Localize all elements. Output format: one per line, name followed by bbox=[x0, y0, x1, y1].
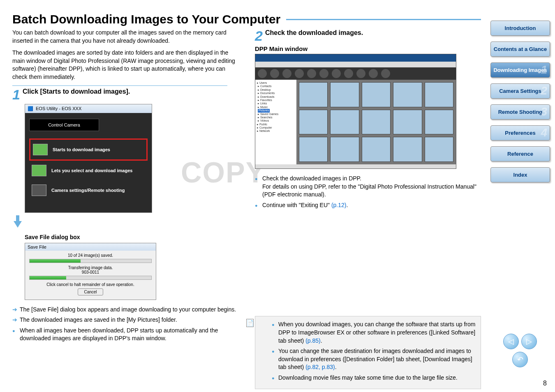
app-icon: 🟦 bbox=[28, 106, 33, 111]
sidebar-contents[interactable]: Contents at a Glance bbox=[490, 42, 550, 57]
sidebar-introduction[interactable]: Introduction bbox=[490, 21, 550, 36]
sidebar-downloading-label: Downloading Images bbox=[493, 67, 547, 73]
save-file-caption: Save File dialog box bbox=[25, 234, 238, 240]
camera-icon bbox=[32, 184, 46, 196]
bullet-check-dpp-text: Check the downloaded images in DPP. bbox=[262, 175, 361, 182]
select-icon bbox=[32, 165, 46, 176]
step-2-number: 2 bbox=[255, 29, 263, 43]
chapter-num-4: 4 bbox=[541, 126, 547, 139]
save-status-count: 10 of 24 image(s) saved. bbox=[29, 253, 152, 258]
starts-download-button[interactable]: Starts to download images bbox=[29, 138, 148, 161]
sidebar-prefs-label: Preferences bbox=[505, 130, 535, 136]
page-nav: ◁ ▷ ↶ bbox=[502, 334, 539, 367]
select-download-label: Lets you select and download images bbox=[51, 168, 132, 173]
prev-page-button[interactable]: ◁ bbox=[503, 334, 519, 349]
bullet-dpp-manual: For details on using DPP, refer to the "… bbox=[262, 183, 476, 198]
sidebar-camera-label: Camera Settings bbox=[499, 88, 541, 94]
sidebar-downloading-images[interactable]: Downloading Images1 bbox=[490, 62, 550, 78]
sidebar-remote-shooting[interactable]: Remote Shooting3 bbox=[490, 104, 550, 120]
bullet-check-dpp: Check the downloaded images in DPP. For … bbox=[255, 175, 481, 199]
chapter-num-3: 3 bbox=[541, 105, 547, 118]
eos-titlebar: 🟦 EOS Utility - EOS XXX bbox=[25, 104, 152, 113]
progress-bar-file bbox=[29, 276, 152, 280]
save-status-transfer: Transferring image data. bbox=[29, 265, 152, 270]
divider bbox=[12, 85, 227, 86]
bullet-dpp-starts: When all images have been downloaded, DP… bbox=[12, 327, 238, 343]
remote-shooting-button[interactable]: Camera settings/Remote shooting bbox=[29, 180, 148, 200]
step-1-title: Click [Starts to download images]. bbox=[23, 88, 130, 96]
intro-text-1: You can batch download to your computer … bbox=[12, 29, 238, 45]
bullet-exit-eu: Continue with "Exiting EU" (p.12). bbox=[255, 201, 481, 210]
page-number: 8 bbox=[543, 380, 547, 387]
eos-window-title: EOS Utility - EOS XXX bbox=[36, 106, 81, 111]
bullet-save-dialog: The [Save File] dialog box appears and i… bbox=[12, 306, 238, 314]
supplementary-notes: 📄 When you download images, you can chan… bbox=[255, 316, 481, 389]
save-file-dialog: Save File 10 of 24 image(s) saved. Trans… bbox=[25, 243, 156, 300]
step-2-title: Check the downloaded images. bbox=[265, 29, 363, 37]
select-download-button[interactable]: Lets you select and download images bbox=[29, 161, 148, 180]
title-rule bbox=[286, 19, 481, 20]
download-icon bbox=[33, 144, 48, 155]
progress-bar-overall bbox=[29, 259, 152, 263]
note-icon: 📄 bbox=[246, 319, 254, 327]
bullet-my-pictures: The downloaded images are saved in the [… bbox=[12, 316, 238, 324]
bullet-exit-eu-text: Continue with "Exiting EU" bbox=[262, 202, 331, 208]
remote-label: Camera settings/Remote shooting bbox=[51, 188, 125, 193]
arrow-down-icon bbox=[12, 215, 23, 228]
starts-download-label: Starts to download images bbox=[53, 147, 110, 152]
save-status-hint: Click cancel to halt remainder of save o… bbox=[29, 282, 152, 287]
intro-text-2: The downloaded images are sorted by date… bbox=[12, 49, 238, 81]
cancel-button[interactable]: Cancel bbox=[78, 288, 103, 295]
sidebar-preferences[interactable]: Preferences4 bbox=[490, 125, 550, 141]
step-1-number: 1 bbox=[12, 88, 20, 101]
next-page-button[interactable]: ▷ bbox=[521, 334, 537, 349]
sidebar-reference[interactable]: Reference bbox=[490, 146, 550, 161]
dpp-folder-tree[interactable]: ▸ Users ▸ Contacts ▸ Desktop ▸ Documents… bbox=[255, 80, 296, 164]
link-p82-83[interactable]: (p.82, p.83) bbox=[305, 364, 335, 370]
save-file-titlebar: Save File bbox=[25, 243, 156, 251]
note-destination: You can change the save destination for … bbox=[272, 347, 476, 371]
note-linked-software: When you download images, you can change… bbox=[272, 321, 476, 345]
save-filename: 903-0011 bbox=[29, 270, 152, 274]
sidebar-camera-settings[interactable]: Camera Settings2 bbox=[490, 83, 550, 99]
dpp-thumbnail-grid[interactable] bbox=[296, 80, 456, 164]
dpp-window-caption: DPP Main window bbox=[255, 45, 481, 52]
chapter-num-1: 1 bbox=[541, 63, 547, 76]
sidebar-remote-label: Remote Shooting bbox=[498, 109, 543, 115]
eos-utility-window: 🟦 EOS Utility - EOS XXX Control Camera S… bbox=[25, 104, 152, 213]
sidebar-index[interactable]: Index bbox=[490, 167, 550, 182]
link-p12[interactable]: (p.12) bbox=[331, 202, 347, 208]
chapter-sidebar: Introduction Contents at a Glance Downlo… bbox=[490, 21, 550, 188]
note-movie: Downloading movie files may take some ti… bbox=[272, 374, 476, 382]
page-title: Batch Downloading Images to Your Compute… bbox=[12, 12, 280, 26]
link-p85[interactable]: (p.85) bbox=[305, 337, 321, 344]
dpp-main-window: ▸ Users ▸ Contacts ▸ Desktop ▸ Documents… bbox=[255, 54, 456, 169]
back-button[interactable]: ↶ bbox=[512, 352, 528, 367]
control-camera-tab[interactable]: Control Camera bbox=[29, 119, 99, 131]
chapter-num-2: 2 bbox=[541, 84, 547, 97]
